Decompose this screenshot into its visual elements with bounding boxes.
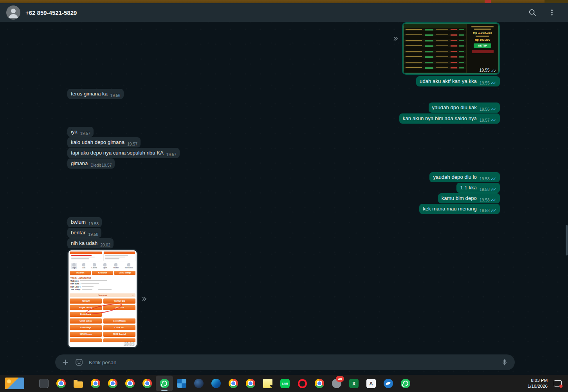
- message-row: Togel Slot Casino Sport Arcade Interacti…: [0, 249, 568, 348]
- microphone-icon[interactable]: [500, 358, 509, 367]
- screen: +62 859-4521-5829: [0, 0, 568, 392]
- line-app-icon[interactable]: LINE: [276, 376, 294, 391]
- chrome-icon[interactable]: [242, 376, 259, 391]
- chrome-icon[interactable]: [139, 376, 156, 391]
- message-bubble[interactable]: kan akun nya blm ada saldo nya 19.57✓✓: [399, 113, 500, 124]
- read-receipt-icon: ✓✓: [490, 198, 497, 202]
- avatar[interactable]: [6, 5, 20, 20]
- chrome-icon[interactable]: [225, 376, 242, 391]
- message-input[interactable]: [88, 359, 496, 366]
- message-row: yaudah depo dlu lo 19.58✓✓: [0, 172, 568, 182]
- message-text: gimana: [71, 160, 88, 167]
- letter-a-app-icon[interactable]: A: [362, 376, 380, 391]
- menu-kebab-icon[interactable]: [548, 8, 556, 17]
- search-icon[interactable]: [528, 8, 537, 17]
- site-breadcrumb: TOGEL > HONGKONG: [69, 276, 137, 280]
- read-receipt-icon: ✓✓: [490, 107, 497, 111]
- edge-icon[interactable]: [207, 376, 225, 391]
- forward-icon[interactable]: [392, 36, 399, 42]
- excel-icon[interactable]: X: [345, 376, 362, 391]
- message-row: kamu blm depo 19.58✓✓: [0, 193, 568, 203]
- message-bubble[interactable]: tapi aku depo nya cuma sepuluh ribu KA 1…: [67, 148, 180, 158]
- read-receipt-icon: ✓✓: [491, 69, 496, 73]
- chrome-icon[interactable]: [104, 376, 121, 391]
- message-row: gimana Diedit19.57: [0, 158, 568, 169]
- message-time: 19.57: [80, 131, 90, 136]
- message-bubble[interactable]: terus gimana ka 19.56: [67, 89, 124, 99]
- deposit-amount: Rp 100.250: [475, 38, 490, 41]
- whatsapp-active-icon[interactable]: [156, 376, 173, 391]
- message-bubble[interactable]: iya 19.57: [67, 127, 94, 137]
- badged-app-icon[interactable]: 40: [328, 376, 345, 391]
- tray-notification-icon[interactable]: [552, 378, 563, 389]
- message-text: terus gimana ka: [71, 90, 108, 97]
- message-bubble[interactable]: kamu blm depo 19.58✓✓: [438, 193, 500, 203]
- whatsapp-icon[interactable]: [397, 376, 414, 391]
- message-bubble[interactable]: kek mana mau menang 19.58✓✓: [419, 204, 500, 214]
- image-message[interactable]: Rp 1.205.255 Rp 100.250 AKTIF 19.55 ✓✓: [402, 22, 500, 75]
- chat-scroll-area[interactable]: Rp 1.205.255 Rp 100.250 AKTIF 19.55 ✓✓ u…: [0, 22, 568, 375]
- message-text: nih ka udah: [71, 240, 97, 246]
- chrome-icon[interactable]: [121, 376, 139, 391]
- message-time: 19.57: [166, 153, 177, 157]
- discount-header: Discount⌄: [70, 293, 135, 297]
- read-receipt-icon: ✓✓: [490, 177, 497, 181]
- message-time: 19.58: [88, 222, 99, 226]
- forward-icon[interactable]: [141, 296, 147, 302]
- taskbar-app-icons: LINE 40 X A: [35, 376, 414, 391]
- chrome-icon[interactable]: [311, 376, 328, 391]
- thunderbird-icon[interactable]: [380, 376, 397, 391]
- chat-header: +62 859-4521-5829: [0, 3, 568, 22]
- betting-side-panel: Rp 1.205.255 Rp 100.250 AKTIF: [466, 24, 498, 73]
- message-text: bwlum: [71, 219, 86, 225]
- message-time: 19.57: [480, 118, 490, 122]
- discount-grid: 40/30/20 40/30/20 3rd Angka Tarung Quick…: [69, 298, 137, 342]
- message-time: 19.58: [480, 209, 490, 213]
- message-row: kan akun nya blm ada saldo nya 19.57✓✓: [0, 113, 568, 124]
- chrome-icon[interactable]: [52, 376, 70, 391]
- chrome-icon[interactable]: [87, 376, 104, 391]
- message-text: kan akun nya blm ada saldo nya: [403, 115, 477, 122]
- tray-time: 8:03 PM: [528, 378, 548, 383]
- site-button-bukumimpi: Buku Mimpi: [114, 271, 135, 275]
- message-bubble[interactable]: nih ka udah 20.02: [67, 238, 114, 248]
- site-card: [70, 251, 102, 261]
- message-text: udah aku aktf kan ya kka: [420, 78, 477, 85]
- scrollbar-thumb[interactable]: [566, 225, 568, 255]
- message-bubble[interactable]: bentar 19.58: [67, 228, 101, 238]
- message-time: 19.55: [479, 68, 489, 72]
- notes-app-icon[interactable]: [259, 376, 276, 391]
- read-receipt-icon: ✓✓: [490, 209, 497, 213]
- background-window-notch: [485, 0, 491, 3]
- message-text: kalo udah depo gimana: [71, 139, 124, 146]
- message-bubble[interactable]: udah aku aktf kan ya kka 19.55✓✓: [416, 76, 500, 86]
- read-receipt-icon: ✓✓: [490, 187, 497, 192]
- widgets-weather-button[interactable]: [5, 378, 24, 389]
- opera-icon[interactable]: [294, 376, 311, 391]
- message-composer: [55, 354, 515, 370]
- message-bubble[interactable]: kalo udah depo gimana 19.57: [67, 137, 141, 147]
- contact-title[interactable]: +62 859-4521-5829: [25, 9, 77, 16]
- image-message[interactable]: Togel Slot Casino Sport Arcade Interacti…: [67, 249, 138, 348]
- file-explorer-icon[interactable]: [70, 376, 87, 391]
- togel-site-image: Togel Slot Casino Sport Arcade Interacti…: [69, 250, 137, 347]
- message-bubble[interactable]: yaudah depo dlu lo 19.58✓✓: [429, 172, 500, 182]
- site-nav-sport: Sport: [102, 263, 108, 269]
- blue-grid-app-icon[interactable]: [173, 376, 190, 391]
- dark-app-icon[interactable]: [190, 376, 207, 391]
- message-bubble[interactable]: 1 1 kka 19.58✓✓: [456, 183, 500, 193]
- attach-plus-icon[interactable]: [61, 358, 70, 367]
- betting-table: [404, 24, 466, 73]
- taskbar-clock[interactable]: 8:03 PM 1/10/2026: [528, 378, 548, 389]
- message-bubble[interactable]: gimana Diedit19.57: [67, 158, 115, 169]
- message-row: bentar 19.58: [0, 228, 568, 238]
- message-text: tapi aku depo nya cuma sepuluh ribu KA: [71, 149, 164, 156]
- message-time: 19.58: [480, 198, 490, 202]
- sticker-icon[interactable]: [74, 358, 84, 367]
- message-bubble[interactable]: yaudah dpo dlu kak 19.56✓✓: [429, 102, 500, 113]
- site-button-pasaran: Pasaran: [70, 271, 91, 275]
- message-bubble[interactable]: bwlum 19.58: [67, 217, 102, 227]
- message-text: kamu blm depo: [442, 195, 477, 201]
- app-window-icon[interactable]: [35, 376, 52, 391]
- message-row: terus gimana ka 19.56: [0, 89, 568, 99]
